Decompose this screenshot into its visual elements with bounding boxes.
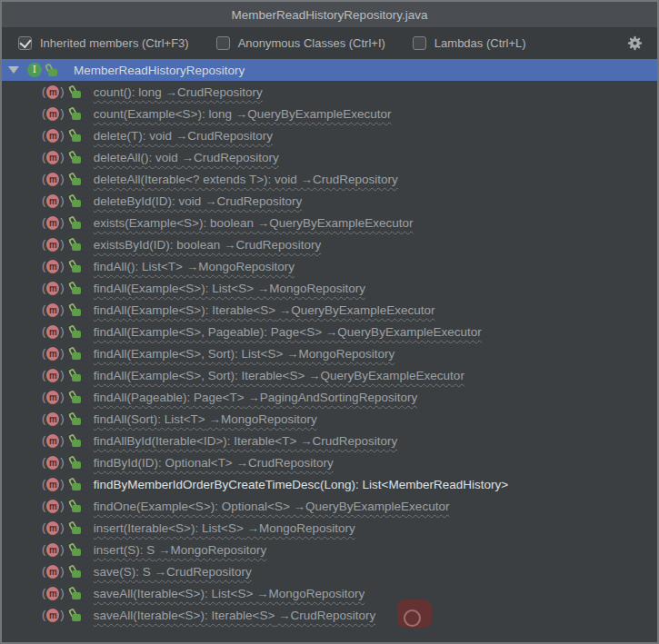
method-icon: (m) [42, 282, 65, 295]
lock-icon [69, 434, 82, 448]
method-signature: findAll(Example<S>): Iterable<S> →QueryB… [94, 303, 435, 317]
method-signature: deleteAll(): void →CrudRepository [94, 151, 279, 164]
tree-row-method[interactable]: (m) findAll(Sort): List<T> →MongoReposit… [2, 408, 657, 430]
method-signature: findAll(Example<S>, Sort): Iterable<S> →… [94, 369, 464, 382]
method-signature: findAll(Sort): List<T> →MongoRepository [94, 412, 317, 426]
tree-row-method[interactable]: (m) findAll(Pageable): Page<T> →PagingAn… [2, 386, 657, 408]
checkbox-label: Lambdas (Ctrl+L) [434, 36, 526, 50]
method-icon: (m) [42, 85, 65, 99]
method-icon: (m) [42, 129, 65, 143]
lock-icon [69, 238, 82, 252]
method-icon: (m) [42, 369, 65, 382]
lock-icon [69, 260, 82, 273]
tree-row-root-interface[interactable]: I MemberReadHistoryRepository [2, 59, 657, 81]
lock-icon [69, 129, 82, 143]
method-icon: (m) [42, 347, 65, 361]
tree-row-method[interactable]: (m) insert(S): S →MongoRepository [2, 539, 657, 560]
lock-icon [69, 609, 82, 622]
method-icon: (m) [42, 434, 65, 448]
method-icon: (m) [42, 456, 65, 470]
method-icon: (m) [42, 107, 65, 121]
tree-row-method[interactable]: (m) count(): long →CrudRepository [2, 81, 657, 103]
tree-row-method[interactable]: (m) findAll(Example<S>, Pageable): Page<… [2, 321, 657, 342]
method-signature: saveAll(Iterable<S>): Iterable<S> →CrudR… [94, 609, 376, 622]
popup-title: MemberReadHistoryRepository.java [232, 8, 428, 22]
lock-icon [69, 565, 82, 579]
method-signature: findByMemberIdOrderByCreateTimeDesc(Long… [94, 478, 508, 491]
tree-row-method[interactable]: (m) findByMemberIdOrderByCreateTimeDesc(… [2, 473, 657, 495]
tree-row-method[interactable]: (m) existsById(ID): boolean →CrudReposit… [2, 233, 657, 255]
tree-row-method[interactable]: (m) insert(Iterable<S>): List<S> →MongoR… [2, 517, 657, 539]
method-icon: (m) [42, 391, 65, 404]
lock-icon [69, 543, 82, 557]
lock-icon [69, 500, 82, 513]
method-signature: findAll(Example<S>, Pageable): Page<S> →… [94, 325, 482, 339]
method-icon: (m) [42, 609, 65, 622]
interface-icon: I [27, 63, 42, 77]
lock-icon [69, 282, 82, 295]
tree-row-method[interactable]: (m) exists(Example<S>): boolean →QueryBy… [2, 212, 657, 233]
lock-icon [69, 151, 82, 164]
lock-icon [69, 521, 82, 535]
method-signature: insert(Iterable<S>): List<S> →MongoRepos… [94, 521, 355, 535]
tree-row-method[interactable]: (m) findById(ID): Optional<T> →CrudRepos… [2, 451, 657, 473]
tree-row-method[interactable]: (m) deleteById(ID): void →CrudRepository [2, 190, 657, 212]
structure-tree: I MemberReadHistoryRepository (m) count(… [2, 59, 657, 642]
settings-button[interactable] [624, 34, 644, 54]
method-signature: deleteById(ID): void →CrudRepository [94, 194, 303, 208]
method-signature: findAll(Example<S>, Sort): List<S> →Mong… [94, 347, 395, 361]
method-signature: findAll(Pageable): Page<T> →PagingAndSor… [94, 391, 417, 404]
popup-titlebar[interactable]: MemberReadHistoryRepository.java [2, 2, 657, 27]
method-signature: findAllById(Iterable<ID>): Iterable<T> →… [94, 434, 398, 448]
gear-icon [627, 35, 643, 51]
tree-row-method[interactable]: (m) delete(T): void →CrudRepository [2, 124, 657, 146]
method-signature: findById(ID): Optional<T> →CrudRepositor… [94, 456, 334, 470]
checkbox-lambdas[interactable]: Lambdas (Ctrl+L) [413, 36, 526, 50]
popup-toolbar: Inherited members (Ctrl+F3) Anonymous Cl… [2, 27, 657, 59]
tree-row-method[interactable]: (m) deleteAll(Iterable<? extends T>): vo… [2, 168, 657, 190]
method-signature: count(Example<S>): long →QueryByExampleE… [94, 107, 392, 121]
method-signature: existsById(ID): boolean →CrudRepository [94, 238, 322, 252]
lock-icon [69, 216, 82, 230]
lock-icon [69, 325, 82, 339]
lock-icon [69, 303, 82, 317]
checkbox-label: Inherited members (Ctrl+F3) [40, 36, 189, 50]
checkbox-anonymous-classes[interactable]: Anonymous Classes (Ctrl+I) [216, 36, 385, 50]
method-icon: (m) [42, 500, 65, 513]
checkbox-box [216, 36, 230, 50]
lock-icon [45, 64, 58, 77]
tree-row-method[interactable]: (m) findOne(Example<S>): Optional<S> →Qu… [2, 495, 657, 517]
lock-icon [69, 391, 82, 404]
collapse-arrow-icon[interactable] [8, 66, 19, 74]
method-icon: (m) [42, 194, 65, 208]
file-structure-popup: MemberReadHistoryRepository.java Inherit… [0, 0, 659, 644]
tree-row-method[interactable]: (m) findAll(Example<S>): Iterable<S> →Qu… [2, 299, 657, 321]
lock-icon [69, 587, 82, 600]
tree-row-method[interactable]: (m) save(S): S →CrudRepository [2, 560, 657, 582]
tree-row-method[interactable]: (m) findAll(Example<S>, Sort): Iterable<… [2, 364, 657, 386]
method-icon: (m) [42, 565, 65, 579]
method-signature: save(S): S →CrudRepository [94, 565, 252, 579]
checkbox-inherited-members[interactable]: Inherited members (Ctrl+F3) [18, 36, 189, 50]
method-icon: (m) [42, 521, 65, 535]
lock-icon [69, 369, 82, 382]
tree-row-method[interactable]: (m) count(Example<S>): long →QueryByExam… [2, 103, 657, 124]
tree-row-method[interactable]: (m) findAll(Example<S>): List<S> →MongoR… [2, 277, 657, 299]
method-signature: delete(T): void →CrudRepository [94, 129, 273, 143]
method-icon: (m) [42, 151, 65, 164]
method-signature: saveAll(Iterable<S>): List<S> →MongoRepo… [94, 587, 365, 600]
tree-row-method[interactable]: (m) deleteAll(): void →CrudRepository [2, 146, 657, 168]
tree-row-method[interactable]: (m) findAllById(Iterable<ID>): Iterable<… [2, 430, 657, 451]
tree-row-method[interactable]: (m) saveAll(Iterable<S>): List<S> →Mongo… [2, 582, 657, 604]
checkbox-label: Anonymous Classes (Ctrl+I) [238, 36, 385, 50]
method-icon: (m) [42, 216, 65, 230]
tree-row-method[interactable]: (m) saveAll(Iterable<S>): Iterable<S> →C… [2, 604, 657, 626]
lock-icon [69, 456, 82, 470]
tree-row-method[interactable]: (m) findAll(Example<S>, Sort): List<S> →… [2, 342, 657, 364]
method-signature: count(): long →CrudRepository [94, 85, 263, 99]
lock-icon [69, 194, 82, 208]
lock-icon [69, 107, 82, 121]
tree-row-method[interactable]: (m) findAll(): List<T> →MongoRepository [2, 255, 657, 277]
lock-icon [69, 478, 82, 491]
method-icon: (m) [42, 587, 65, 600]
